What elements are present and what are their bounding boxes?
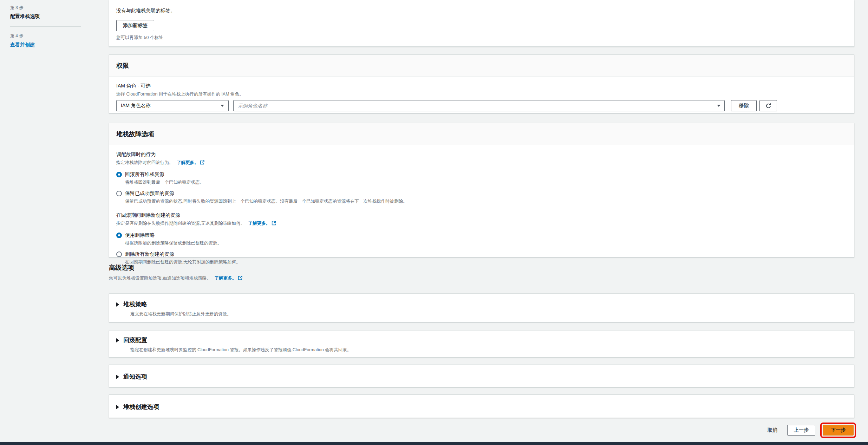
desc-text: 指定堆栈故障时的回滚行为。 (116, 160, 174, 165)
next-step-button[interactable]: 下一步 (823, 425, 854, 436)
radio-label: 保留已成功预置的资源 (125, 190, 174, 197)
delete-new-resources-desc: 指定是否应删除在失败操作期间创建的资源,无论其删除策略如何。 了解更多。 (116, 221, 847, 227)
advanced-options-title: 高级选项 (109, 263, 242, 272)
learn-more-link[interactable]: 了解更多。 (214, 276, 236, 281)
expand-triangle-icon (116, 338, 119, 342)
step-3-title-current: 配置堆栈选项 (10, 13, 81, 20)
expand-triangle-icon (116, 375, 119, 379)
desc-text: 您可以为堆栈设置附加选项,如通知选项和堆栈策略。 (109, 276, 211, 281)
expander-desc: 定义要在堆栈更新期间保护以防止意外更新的资源。 (130, 311, 847, 317)
caret-down-icon (221, 105, 224, 107)
radio-desc: 保留已成功预置的资源的状态,同时将失败的资源回滚到上一个已知的稳定状态。没有最后… (125, 198, 847, 204)
expand-triangle-icon (116, 302, 119, 307)
notification-options-expander: 通知选项 (109, 365, 854, 387)
previous-step-button[interactable]: 上一步 (787, 425, 815, 436)
permissions-card: 权限 IAM 角色 - 可选 选择 CloudFormation 用于在堆栈上执… (109, 54, 854, 113)
refresh-roles-button[interactable] (759, 100, 777, 111)
stack-failure-options-card: 堆栈故障选项 调配故障时的行为 指定堆栈故障时的回滚行为。 了解更多。 回滚所有… (109, 123, 854, 257)
iam-role-name-combo (233, 100, 725, 111)
stack-creation-options-expander: 堆栈创建选项 (109, 394, 854, 418)
advanced-options-desc: 您可以为堆栈设置附加选项,如通知选项和堆栈策略。 了解更多。 (109, 275, 242, 281)
click-highlight-annotation: 下一步 (820, 423, 856, 438)
sidebar-divider (10, 26, 81, 27)
radio-option-rollback-all[interactable]: 回滚所有堆栈资源 (116, 171, 847, 178)
wizard-actions-row: 取消 上一步 下一步 (765, 423, 856, 438)
expander-title: 堆栈创建选项 (123, 403, 159, 411)
remove-role-button[interactable]: 移除 (731, 100, 757, 111)
radio-selected-icon[interactable] (116, 172, 122, 177)
expander-title: 堆栈策略 (123, 300, 147, 308)
permissions-card-title: 权限 (109, 55, 854, 77)
tags-card-divider (109, 1, 854, 1)
caret-down-icon[interactable] (717, 105, 720, 107)
expand-triangle-icon (116, 405, 119, 409)
step-3-label: 第 3 步 (10, 5, 81, 11)
external-link-icon (238, 276, 242, 281)
radio-selected-icon[interactable] (116, 233, 122, 238)
radio-label: 使用删除策略 (125, 232, 155, 238)
wizard-step-4: 第 4 步 查看并创建 (10, 33, 81, 48)
radio-label: 删除所有新创建的资源 (125, 251, 174, 257)
expander-title: 回滚配置 (123, 336, 147, 344)
iam-role-type-value: IAM 角色名称 (121, 103, 151, 109)
refresh-icon (765, 103, 771, 109)
cancel-button[interactable]: 取消 (765, 425, 779, 436)
step-4-label: 第 4 步 (10, 33, 81, 39)
expander-desc: 指定在创建和更新堆栈时要监控的 CloudFormation 警报。如果操作违反… (130, 347, 847, 353)
stack-policy-expander-header[interactable]: 堆栈策略 (116, 300, 847, 308)
wizard-steps-sidebar: 第 3 步 配置堆栈选项 第 4 步 查看并创建 (10, 5, 81, 48)
external-link-icon (200, 160, 204, 166)
stack-failure-options-title: 堆栈故障选项 (109, 123, 854, 145)
provision-failure-behavior-label: 调配故障时的行为 (116, 151, 847, 158)
main-content: 没有与此堆栈关联的标签。 添加新标签 您可以再添加 50 个标签 权限 IAM … (109, 0, 854, 445)
iam-role-description: 选择 CloudFormation 用于在堆栈上执行的所有操作的 IAM 角色。 (116, 91, 847, 97)
learn-more-link[interactable]: 了解更多。 (248, 221, 270, 226)
radio-label: 回滚所有堆栈资源 (125, 171, 164, 178)
radio-option-use-deletion-policy[interactable]: 使用删除策略 (116, 232, 847, 238)
tags-empty-text: 没有与此堆栈关联的标签。 (116, 8, 847, 14)
expander-title: 通知选项 (123, 373, 147, 381)
stack-policy-expander: 堆栈策略 定义要在堆栈更新期间保护以防止意外更新的资源。 (109, 293, 854, 322)
delete-new-resources-label: 在回滚期间删除新创建的资源 (116, 212, 847, 218)
provision-failure-behavior-desc: 指定堆栈故障时的回滚行为。 了解更多。 (116, 160, 847, 166)
external-link-icon (272, 221, 276, 227)
learn-more-link[interactable]: 了解更多。 (177, 160, 199, 165)
step-4-link[interactable]: 查看并创建 (10, 42, 35, 47)
iam-role-label: IAM 角色 - 可选 (116, 83, 847, 89)
radio-option-preserve-provisioned[interactable]: 保留已成功预置的资源 (116, 190, 847, 197)
iam-role-type-select[interactable]: IAM 角色名称 (116, 100, 229, 111)
stack-creation-options-expander-header[interactable]: 堆栈创建选项 (116, 403, 847, 411)
bottom-dark-bar (0, 442, 868, 445)
radio-option-delete-all-new[interactable]: 删除所有新创建的资源 (116, 251, 847, 257)
iam-role-name-input[interactable] (233, 100, 725, 111)
tags-card: 没有与此堆栈关联的标签。 添加新标签 您可以再添加 50 个标签 (109, 0, 854, 47)
add-new-tag-button[interactable]: 添加新标签 (116, 20, 154, 31)
tags-remaining-hint: 您可以再添加 50 个标签 (116, 35, 847, 41)
notification-options-expander-header[interactable]: 通知选项 (116, 373, 847, 381)
configure-stack-options-page: 第 3 步 配置堆栈选项 第 4 步 查看并创建 没有与此堆栈关联的标签。 添加… (0, 0, 868, 445)
advanced-options-section: 高级选项 您可以为堆栈设置附加选项,如通知选项和堆栈策略。 了解更多。 (109, 263, 242, 281)
wizard-step-3: 第 3 步 配置堆栈选项 (10, 5, 81, 20)
rollback-config-expander: 回滚配置 指定在创建和更新堆栈时要监控的 CloudFormation 警报。如… (109, 330, 854, 358)
desc-text: 指定是否应删除在失败操作期间创建的资源,无论其删除策略如何。 (116, 221, 245, 226)
radio-desc: 将堆栈回滚到最后一个已知的稳定状态。 (125, 179, 847, 185)
radio-desc: 根据所附加的删除策略保留或删除已创建的资源。 (125, 240, 847, 246)
radio-unselected-icon[interactable] (116, 251, 122, 257)
rollback-config-expander-header[interactable]: 回滚配置 (116, 336, 847, 344)
radio-unselected-icon[interactable] (116, 191, 122, 196)
